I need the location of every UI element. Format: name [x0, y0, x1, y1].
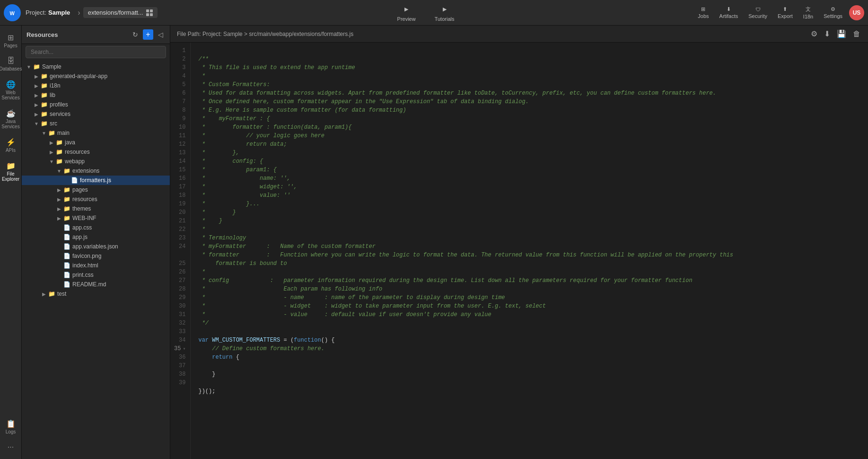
tree-item-src[interactable]: ▼ 📁 src	[22, 119, 170, 128]
tree-item-java[interactable]: ▶ 📁 java	[22, 138, 170, 147]
folder-icon: 📁	[63, 215, 70, 221]
tree-item-services[interactable]: ▶ 📁 services	[22, 109, 170, 119]
tree-item-formatters-js[interactable]: ▶ 📄 formatters.js	[22, 176, 170, 185]
preview-button[interactable]: ▶ Preview	[397, 4, 416, 22]
tree-expand-arrow: ▶	[56, 186, 62, 193]
databases-icon: 🗄	[7, 57, 15, 65]
editor-download-button[interactable]: ⬇	[823, 28, 831, 39]
file-panel: Resources ↻ + ◁ ▼ 📁 Sample ▶ 📁 g	[22, 26, 170, 459]
tree-expand-arrow: ▼	[56, 168, 62, 174]
topbar-right: ⊞ Jobs ⬇ Artifacts 🛡 Security ⬆ Export 文…	[694, 4, 864, 21]
refresh-button[interactable]: ↻	[131, 30, 140, 39]
i18n-button[interactable]: 文 I18n	[799, 4, 817, 21]
nav-databases[interactable]: 🗄 Databases	[0, 53, 21, 75]
folder-icon: 📁	[63, 186, 70, 193]
html-file-icon: 📄	[63, 262, 70, 269]
tree-item-resources2[interactable]: ▶ 📁 resources	[22, 194, 170, 204]
tree-item-lib[interactable]: ▶ 📁 lib	[22, 90, 170, 100]
tree-item-print-css[interactable]: ▶ 📄 print.css	[22, 270, 170, 280]
tree-item-webapp[interactable]: ▼ 📁 webapp	[22, 157, 170, 166]
grid-icon	[146, 9, 153, 16]
folder-icon: 📁	[41, 73, 48, 79]
js-file-icon: 📄	[63, 234, 70, 240]
tree-expand-arrow: ▼	[26, 63, 32, 70]
web-services-icon: 🌐	[6, 80, 16, 89]
css-file-icon: 📄	[63, 224, 70, 231]
artifacts-icon: ⬇	[727, 6, 731, 12]
tree-expand-arrow: ▶	[33, 101, 40, 108]
nav-logs[interactable]: 📋 Logs	[0, 415, 21, 438]
tree-item-test[interactable]: ▶ 📁 test	[22, 289, 170, 299]
tree-expand-arrow: ▶	[33, 92, 40, 98]
editor-area: File Path: Project: Sample > src/main/we…	[170, 26, 868, 459]
tree-expand-arrow: ▼	[48, 158, 55, 165]
tree-item-main[interactable]: ▼ 📁 main	[22, 128, 170, 138]
user-avatar[interactable]: US	[849, 5, 864, 20]
tree-item-pages[interactable]: ▶ 📁 pages	[22, 185, 170, 194]
logs-icon: 📋	[6, 419, 16, 428]
folder-icon: 📁	[56, 149, 63, 155]
tree-item-favicon-png[interactable]: ▶ 📄 favicon.png	[22, 251, 170, 261]
tree-item-app-js[interactable]: ▶ 📄 app.js	[22, 232, 170, 242]
tree-item-web-inf[interactable]: ▶ 📁 WEB-INF	[22, 213, 170, 223]
collapse-panel-button[interactable]: ◁	[156, 30, 165, 39]
tree-item-index-html[interactable]: ▶ 📄 index.html	[22, 261, 170, 270]
artifacts-button[interactable]: ⬇ Artifacts	[716, 4, 742, 21]
topbar: W Project: Sample › extensions/formatt..…	[0, 0, 868, 26]
folder-icon: 📁	[63, 168, 70, 174]
tree-expand-arrow: ▶	[56, 205, 62, 212]
tree-expand-arrow: ▼	[33, 120, 40, 127]
current-tab[interactable]: extensions/formatt...	[83, 7, 158, 18]
jobs-button[interactable]: ⊞ Jobs	[694, 4, 712, 21]
tree-item-themes[interactable]: ▶ 📁 themes	[22, 204, 170, 213]
tree-item-profiles[interactable]: ▶ 📁 profiles	[22, 100, 170, 109]
editor-settings-button[interactable]: ⚙	[810, 28, 818, 39]
app-logo[interactable]: W	[4, 4, 21, 21]
export-button[interactable]: ⬆ Export	[774, 4, 797, 21]
tutorials-button[interactable]: ▶ Tutorials	[435, 4, 455, 22]
topbar-center: ▶ Preview ▶ Tutorials	[158, 4, 694, 22]
security-button[interactable]: 🛡 Security	[745, 5, 771, 21]
search-input[interactable]	[26, 46, 166, 58]
tree-expand-arrow: ▶	[33, 111, 40, 117]
settings-button[interactable]: ⚙ Settings	[820, 4, 846, 21]
project-label: Project: Sample	[26, 9, 70, 16]
nav-more[interactable]: ···	[0, 439, 21, 455]
nav-web-services[interactable]: 🌐 Web Services	[0, 76, 21, 104]
add-resource-button[interactable]: +	[143, 29, 153, 40]
i18n-icon: 文	[806, 6, 811, 13]
folder-icon: 📁	[33, 63, 40, 70]
file-tree: ▼ 📁 Sample ▶ 📁 generated-angular-app ▶ 📁…	[22, 60, 170, 459]
nav-java-services[interactable]: ☕ Java Services	[0, 105, 21, 133]
nav-pages[interactable]: ⊞ Pages	[0, 29, 21, 52]
tree-item-resources[interactable]: ▶ 📁 resources	[22, 147, 170, 157]
code-editor[interactable]: 1 2 3 4 5 6 7 8 9 10 11 12 13 14 15 16 1…	[170, 43, 868, 459]
file-panel-header: Resources ↻ + ◁	[22, 26, 170, 44]
tree-expand-arrow: ▶	[56, 215, 62, 221]
editor-delete-button[interactable]: 🗑	[852, 29, 861, 39]
svg-text:W: W	[10, 10, 15, 16]
settings-icon: ⚙	[831, 6, 835, 12]
editor-save-button[interactable]: 💾	[836, 28, 847, 39]
tree-item-generated-angular-app[interactable]: ▶ 📁 generated-angular-app	[22, 71, 170, 81]
topbar-arrow: ›	[78, 9, 80, 17]
md-file-icon: 📄	[63, 281, 70, 288]
tree-item-i18n[interactable]: ▶ 📁 i18n	[22, 81, 170, 90]
tree-item-sample[interactable]: ▼ 📁 Sample	[22, 62, 170, 71]
tree-item-extensions[interactable]: ▼ 📁 extensions	[22, 166, 170, 176]
editor-breadcrumb: File Path: Project: Sample > src/main/we…	[170, 26, 868, 43]
nav-file-explorer[interactable]: 📁 File Explorer	[0, 158, 21, 185]
folder-icon: 📁	[63, 205, 70, 212]
apis-icon: ⚡	[6, 138, 16, 147]
tree-item-app-variables-json[interactable]: ▶ 📄 app.variables.json	[22, 242, 170, 251]
nav-apis[interactable]: ⚡ APIs	[0, 134, 21, 157]
tab-label: extensions/formatt...	[88, 9, 143, 16]
tree-expand-arrow: ▶	[33, 73, 40, 79]
tree-item-app-css[interactable]: ▶ 📄 app.css	[22, 223, 170, 232]
java-services-icon: ☕	[6, 109, 16, 118]
css-file-icon: 📄	[63, 272, 70, 278]
tree-item-readme-md[interactable]: ▶ 📄 README.md	[22, 280, 170, 289]
folder-icon: 📁	[56, 158, 63, 165]
code-content[interactable]: /** * This file is used to extend the ap…	[191, 43, 868, 459]
tree-expand-arrow: ▶	[56, 196, 62, 203]
